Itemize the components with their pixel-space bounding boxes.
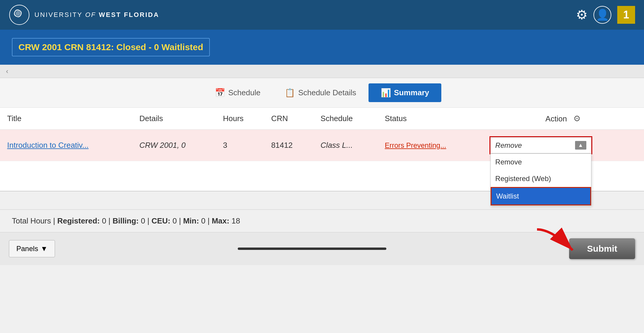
min-value: 0 xyxy=(201,216,205,225)
user-icon: 👤 xyxy=(596,9,609,21)
tab-schedule[interactable]: 📅 Schedule xyxy=(203,83,273,102)
col-hours: Hours xyxy=(216,108,264,130)
max-value: 18 xyxy=(232,216,240,225)
cell-status: Errors Preventing... xyxy=(378,130,482,161)
cell-details: CRW 2001, 0 xyxy=(132,130,216,161)
breadcrumb-arrow: ‹ xyxy=(0,67,14,75)
option-remove[interactable]: Remove xyxy=(491,154,591,170)
app-header: UNIVERSITY of WEST FLORIDA ⚙ 👤 1 xyxy=(0,0,644,30)
action-dropdown-outline: Remove ▲ Remove Registered (Web) Waitlis… xyxy=(489,136,592,154)
col-crn: CRN xyxy=(264,108,313,130)
main-content: Title Details Hours CRN Schedule Status … xyxy=(0,108,644,191)
table-row: Introduction to Creativ... CRW 2001, 0 3… xyxy=(0,130,644,161)
tabs-container: 📅 Schedule 📋 Schedule Details 📊 Summary xyxy=(0,78,644,108)
summary-table: Title Details Hours CRN Schedule Status … xyxy=(0,108,644,161)
action-selected-label: Remove xyxy=(495,141,522,150)
registered-label: Registered: xyxy=(57,216,100,225)
schedule-icon: 📅 xyxy=(215,88,225,98)
col-title: Title xyxy=(0,108,132,130)
billing-label: Billing: xyxy=(113,216,139,225)
summary-icon: 📊 xyxy=(381,88,391,98)
billing-value: 0 xyxy=(141,216,145,225)
panels-label: Panels xyxy=(16,245,38,253)
min-label: Min: xyxy=(183,216,199,225)
action-options-list: Remove Registered (Web) Waitlist xyxy=(490,153,591,206)
tab-summary[interactable]: 📊 Summary xyxy=(369,83,442,102)
logo: UNIVERSITY of WEST FLORIDA xyxy=(9,4,159,25)
bottom-bar: Panels ▼ Submit xyxy=(0,232,644,265)
action-select-display[interactable]: Remove ▲ xyxy=(490,137,591,153)
col-status: Status xyxy=(378,108,482,130)
action-gear-icon[interactable]: ⚙ xyxy=(573,114,581,123)
settings-button[interactable]: ⚙ xyxy=(576,8,588,21)
tab-schedule-label: Schedule xyxy=(228,88,260,97)
alert-text: CRW 2001 CRN 81412: Closed - 0 Waitliste… xyxy=(12,38,210,56)
submit-arrow-annotation xyxy=(528,226,588,262)
status-error-link[interactable]: Errors Preventing... xyxy=(385,141,446,149)
col-details: Details xyxy=(132,108,216,130)
action-dropdown[interactable]: Remove ▲ Remove Registered (Web) Waitlis… xyxy=(490,137,591,153)
panels-chevron-icon: ▼ xyxy=(40,245,48,253)
nav-strip: ‹ xyxy=(0,65,644,78)
ceu-label: CEU: xyxy=(152,216,171,225)
alert-banner: CRW 2001 CRN 81412: Closed - 0 Waitliste… xyxy=(0,30,644,65)
cell-crn: 81412 xyxy=(264,130,313,161)
max-label: Max: xyxy=(212,216,229,225)
cell-hours: 3 xyxy=(216,130,264,161)
course-title-link[interactable]: Introduction to Creativ... xyxy=(7,141,89,150)
table-area: Title Details Hours CRN Schedule Status … xyxy=(0,108,644,191)
tab-schedule-details-label: Schedule Details xyxy=(298,88,356,97)
schedule-details-icon: 📋 xyxy=(285,88,295,98)
dropdown-arrow-up: ▲ xyxy=(575,141,586,150)
cell-schedule: Class L... xyxy=(314,130,378,161)
user-profile-button[interactable]: 👤 xyxy=(593,6,611,24)
uwf-logo-icon xyxy=(9,4,30,25)
logo-text: UNIVERSITY of WEST FLORIDA xyxy=(34,10,159,20)
action-cell: Remove ▲ Remove Registered (Web) Waitlis… xyxy=(482,130,644,161)
cell-title: Introduction to Creativ... xyxy=(0,130,132,161)
tab-summary-label: Summary xyxy=(394,88,429,97)
header-actions: ⚙ 👤 1 xyxy=(576,6,635,24)
col-action: Action ⚙ xyxy=(482,108,644,130)
col-schedule: Schedule xyxy=(314,108,378,130)
registered-value: 0 xyxy=(102,216,106,225)
option-registered-web[interactable]: Registered (Web) xyxy=(491,170,591,187)
notification-badge[interactable]: 1 xyxy=(617,6,635,24)
tab-schedule-details[interactable]: 📋 Schedule Details xyxy=(273,83,368,102)
ceu-value: 0 xyxy=(172,216,177,225)
option-waitlist[interactable]: Waitlist xyxy=(491,187,591,205)
scroll-indicator xyxy=(238,248,386,250)
panels-button[interactable]: Panels ▼ xyxy=(9,240,55,257)
